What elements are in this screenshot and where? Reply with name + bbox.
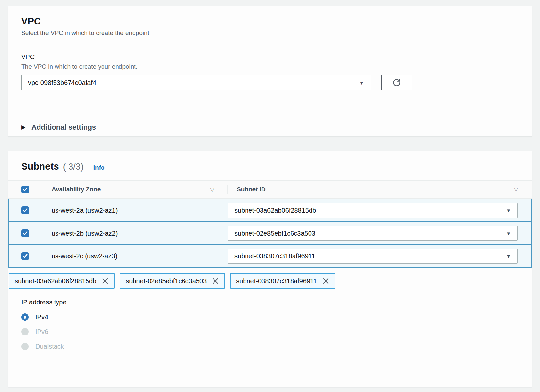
vpc-field-description: The VPC in which to create your endpoint… xyxy=(21,63,519,70)
subnets-section-title: Subnets xyxy=(21,161,59,172)
subnet-select-value: subnet-038307c318af96911 xyxy=(234,253,315,260)
vpc-section-header: VPC Select the VPC in which to create th… xyxy=(8,6,532,43)
subnet-select[interactable]: subnet-02e85ebf1c6c3a503 ▼ xyxy=(228,226,518,241)
radio-ipv4-label: IPv4 xyxy=(35,313,48,321)
subnet-select-value: subnet-03a62ab06f28815db xyxy=(234,207,316,214)
vpc-section-subtitle: Select the VPC in which to create the en… xyxy=(21,29,519,37)
selected-subnet-tags: subnet-03a62ab06f28815db subnet-02e85ebf… xyxy=(9,273,532,289)
availability-zone-value: us-west-2b (usw2-az2) xyxy=(41,230,118,237)
table-row: us-west-2c (usw2-az3) subnet-038307c318a… xyxy=(8,244,532,268)
radio-ipv6: IPv6 xyxy=(21,328,532,335)
table-row: us-west-2b (usw2-az2) subnet-02e85ebf1c6… xyxy=(8,221,532,245)
subnet-tag-label: subnet-03a62ab06f28815db xyxy=(15,277,96,285)
additional-settings-expander[interactable]: ▶ Additional settings xyxy=(8,118,532,136)
refresh-button[interactable] xyxy=(381,75,412,90)
check-icon xyxy=(23,254,28,258)
subnet-select[interactable]: subnet-038307c318af96911 ▼ xyxy=(228,249,518,264)
radio-dualstack-label: Dualstack xyxy=(35,343,64,350)
expander-triangle-icon: ▶ xyxy=(21,124,25,131)
remove-tag-icon[interactable] xyxy=(102,277,109,285)
radio-ipv4[interactable]: IPv4 xyxy=(21,313,532,321)
ip-address-type-label: IP address type xyxy=(21,299,532,306)
remove-tag-icon[interactable] xyxy=(322,277,329,285)
remove-tag-icon[interactable] xyxy=(212,277,219,285)
subnet-id-column-header: Subnet ID xyxy=(237,186,266,193)
radio-ipv6-label: IPv6 xyxy=(35,328,48,335)
subnet-tag: subnet-02e85ebf1c6c3a503 xyxy=(120,273,225,289)
subnet-tag-label: subnet-038307c318af96911 xyxy=(236,277,317,285)
subnet-select[interactable]: subnet-03a62ab06f28815db ▼ xyxy=(228,203,518,218)
vpc-field-label: VPC xyxy=(21,53,519,61)
refresh-icon xyxy=(392,78,401,87)
subnets-section-header: Subnets ( 3/3) Info xyxy=(8,151,532,180)
subnets-section: Subnets ( 3/3) Info Availability Zone ▽ … xyxy=(8,151,532,387)
row-checkbox[interactable] xyxy=(21,252,29,260)
radio-disabled-icon xyxy=(21,328,29,335)
chevron-down-icon: ▼ xyxy=(359,80,364,85)
sort-icon[interactable]: ▽ xyxy=(514,186,518,193)
vpc-section: VPC Select the VPC in which to create th… xyxy=(8,6,532,137)
table-row: us-west-2a (usw2-az1) subnet-03a62ab06f2… xyxy=(8,199,532,222)
availability-zone-column-header: Availability Zone xyxy=(52,186,101,193)
vpc-section-title: VPC xyxy=(21,16,519,27)
sort-icon[interactable]: ▽ xyxy=(210,186,227,193)
vpc-field-area: VPC The VPC in which to create your endp… xyxy=(8,43,532,90)
subnets-count: ( 3/3) xyxy=(63,162,84,172)
availability-zone-value: us-west-2a (usw2-az1) xyxy=(41,207,118,214)
check-icon xyxy=(23,208,28,213)
radio-dualstack: Dualstack xyxy=(21,343,532,350)
radio-disabled-icon xyxy=(21,343,29,350)
ip-address-type-group: IP address type IPv4 IPv6 Dualstack xyxy=(21,299,532,350)
chevron-down-icon: ▼ xyxy=(506,231,511,236)
radio-selected-icon xyxy=(21,313,29,321)
check-icon xyxy=(23,187,28,192)
subnet-select-value: subnet-02e85ebf1c6c3a503 xyxy=(234,230,315,237)
additional-settings-label: Additional settings xyxy=(31,123,96,132)
row-checkbox[interactable] xyxy=(21,229,29,237)
availability-zone-value: us-west-2c (usw2-az3) xyxy=(41,253,117,260)
subnet-tag: subnet-03a62ab06f28815db xyxy=(9,273,115,289)
select-all-checkbox[interactable] xyxy=(21,186,29,193)
chevron-down-icon: ▼ xyxy=(506,208,511,213)
subnet-tag: subnet-038307c318af96911 xyxy=(230,273,335,289)
row-checkbox[interactable] xyxy=(21,206,29,214)
subnet-tag-label: subnet-02e85ebf1c6c3a503 xyxy=(126,277,207,285)
subnets-table-header: Availability Zone ▽ Subnet ID ▽ xyxy=(8,180,532,199)
vpc-select[interactable]: vpc-098f53b674c0afaf4 ▼ xyxy=(21,75,371,90)
chevron-down-icon: ▼ xyxy=(506,254,511,259)
vpc-select-value: vpc-098f53b674c0afaf4 xyxy=(28,79,96,87)
info-link[interactable]: Info xyxy=(93,164,105,171)
check-icon xyxy=(23,231,28,236)
